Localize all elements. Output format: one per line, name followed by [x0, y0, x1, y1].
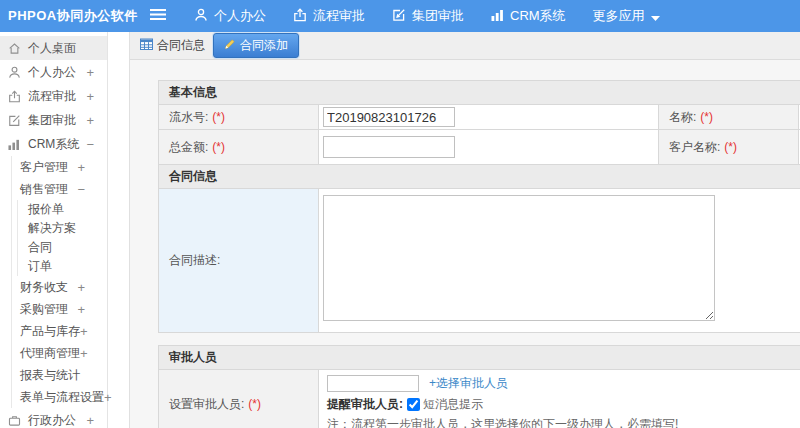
sms-remind-option: 短消息提示	[423, 396, 483, 413]
description-label: 合同描述:	[159, 189, 319, 333]
approver-table: 审批人员 设置审批人员:(*) +选择审批人员 提醒审批人员:	[158, 345, 800, 428]
sidebar-item-sales-mgmt[interactable]: 销售管理 −	[12, 178, 107, 200]
nav-group-approval[interactable]: 集团审批	[392, 7, 464, 25]
expand-icon: +	[86, 413, 107, 428]
sidebar-item-reports[interactable]: 报表与统计	[12, 364, 107, 386]
contract-description-textarea[interactable]	[323, 195, 715, 321]
nav-label: 集团审批	[412, 7, 464, 25]
expand-icon: +	[86, 65, 107, 80]
caret-down-icon	[651, 9, 660, 24]
amount-label: 总金额:(*)	[159, 130, 319, 165]
tab-contract-add[interactable]: 合同添加	[213, 33, 299, 58]
expand-icon: +	[80, 324, 110, 339]
sidebar-item-quotation[interactable]: 报价单	[18, 200, 107, 219]
nav-label: 更多应用	[593, 7, 645, 25]
sidebar-item-order[interactable]: 订单	[18, 257, 107, 276]
chart-icon	[8, 138, 22, 150]
tab-label: 合同信息	[157, 37, 205, 54]
sidebar-item-contract[interactable]: 合同	[18, 238, 107, 257]
nav-label: 流程审批	[313, 7, 365, 25]
contract-form-table: 基本信息 流水号:(*) 名称:(*) 总金额:(*)	[158, 80, 800, 333]
sidebar-item-admin-office[interactable]: 行政办公 +	[0, 408, 107, 428]
collapse-icon: −	[77, 182, 107, 197]
expand-icon: +	[77, 280, 107, 295]
home-icon	[8, 42, 22, 55]
sidebar-item-purchase[interactable]: 采购管理 +	[12, 298, 107, 320]
section-header-contract-info: 合同信息	[159, 165, 800, 189]
sidebar-item-customer-mgmt[interactable]: 客户管理 +	[12, 156, 107, 178]
set-approver-label: 设置审批人员:(*)	[159, 370, 319, 428]
chart-icon	[491, 8, 504, 24]
edit-icon	[8, 114, 22, 127]
sidebar: 个人桌面 个人办公 + 流程审批 + 集团审批	[0, 32, 129, 428]
person-icon	[8, 66, 22, 79]
expand-icon: +	[86, 113, 107, 128]
nav-crm[interactable]: CRM系统	[491, 7, 566, 25]
crm-submenu: 客户管理 + 销售管理 − 报价单 解决方案 合同	[11, 156, 107, 408]
sidebar-item-agent-mgmt[interactable]: 代理商管理 +	[12, 342, 107, 364]
share-icon	[8, 90, 22, 103]
serial-label: 流水号:(*)	[159, 105, 319, 130]
edit-icon	[392, 8, 406, 25]
nav-label: CRM系统	[510, 7, 566, 25]
nav-personal-office[interactable]: 个人办公	[194, 7, 266, 25]
collapse-icon: −	[86, 137, 107, 152]
required-mark: (*)	[212, 140, 225, 154]
nav-more-apps[interactable]: 更多应用	[593, 7, 660, 25]
nav-workflow-approval[interactable]: 流程审批	[293, 7, 365, 25]
sidebar-item-solution[interactable]: 解决方案	[18, 219, 107, 238]
sidebar-item-workflow-approval[interactable]: 流程审批 +	[0, 84, 107, 108]
sidebar-item-finance[interactable]: 财务收支 +	[12, 276, 107, 298]
section-header-basic-info: 基本信息	[159, 81, 800, 105]
required-mark: (*)	[700, 110, 713, 124]
sms-remind-checkbox[interactable]	[407, 398, 420, 411]
tab-label: 合同添加	[240, 37, 288, 54]
expand-icon: +	[80, 346, 110, 361]
topbar-nav: 个人办公 流程审批 集团审批 CRM系统 更多应用	[194, 7, 660, 25]
sidebar-item-personal-desktop[interactable]: 个人桌面	[0, 36, 107, 60]
sidebar-item-personal-office[interactable]: 个人办公 +	[0, 60, 107, 84]
name-label: 名称:(*)	[659, 105, 799, 130]
nav-label: 个人办公	[214, 7, 266, 25]
expand-icon: +	[77, 302, 107, 317]
person-icon	[194, 8, 208, 25]
sidebar-item-crm[interactable]: CRM系统 −	[0, 132, 107, 156]
sidebar-item-form-workflow-settings[interactable]: 表单与流程设置 +	[12, 386, 107, 408]
form-panel: 基本信息 流水号:(*) 名称:(*) 总金额:(*)	[130, 60, 800, 428]
required-mark: (*)	[248, 397, 261, 411]
choose-approver-link[interactable]: +选择审批人员	[429, 375, 508, 392]
remind-approver-label: 提醒审批人员:	[327, 396, 403, 413]
topbar: PHPOA协同办公软件 个人办公 流程审批 集团审批	[0, 0, 800, 32]
table-grid-icon	[140, 38, 153, 54]
amount-input[interactable]	[323, 136, 455, 158]
share-icon	[293, 8, 307, 25]
pencil-icon	[224, 38, 236, 53]
serial-input[interactable]	[323, 107, 455, 127]
tabbar: 合同信息 合同添加	[130, 32, 800, 60]
section-header-approver: 审批人员	[159, 346, 800, 370]
sidebar-item-product-inventory[interactable]: 产品与库存 +	[12, 320, 107, 342]
customer-label: 客户名称:(*)	[659, 130, 799, 165]
expand-icon: +	[86, 89, 107, 104]
approver-input[interactable]	[327, 375, 419, 392]
approver-note: 注：流程第一步审批人员，这里选择你的下一级办理人，必需填写!	[327, 416, 800, 428]
menu-toggle-button[interactable]	[150, 9, 166, 23]
required-mark: (*)	[212, 110, 225, 124]
briefcase-icon	[8, 414, 22, 427]
required-mark: (*)	[724, 140, 737, 154]
app-logo: PHPOA协同办公软件	[0, 7, 132, 25]
tab-contract-info[interactable]: 合同信息	[140, 37, 205, 54]
main-area: 合同信息 合同添加 基本信息 流水号:(*)	[129, 32, 800, 428]
sidebar-item-group-approval[interactable]: 集团审批 +	[0, 108, 107, 132]
expand-icon: +	[77, 160, 107, 175]
sales-submenu: 报价单 解决方案 合同 订单	[17, 200, 107, 276]
hamburger-icon	[150, 9, 166, 23]
